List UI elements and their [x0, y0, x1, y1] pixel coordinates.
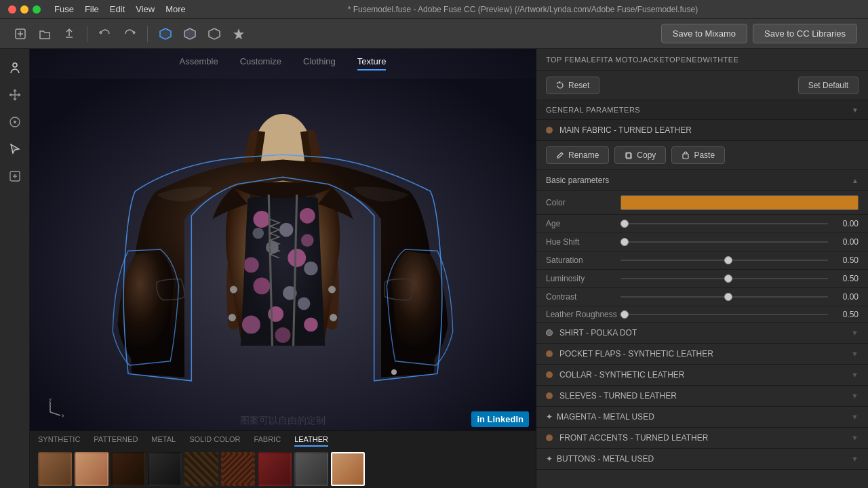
param-roughness-control — [620, 314, 828, 315]
buttons-name: BUTTONS - METAL USED — [557, 454, 851, 464]
swatch-7[interactable] — [294, 452, 328, 486]
category-metal[interactable]: METAL — [151, 435, 176, 447]
category-solid-color[interactable]: SOLID COLOR — [189, 435, 240, 447]
svg-point-22 — [301, 234, 314, 247]
age-slider-thumb[interactable] — [620, 220, 629, 228]
hue-slider-track[interactable] — [620, 241, 828, 243]
menu-more[interactable]: More — [165, 4, 186, 14]
toolbar: Save to Mixamo Save to CC Libraries — [0, 19, 868, 49]
sidebar-cursor-icon[interactable] — [4, 138, 26, 160]
hue-slider-thumb[interactable] — [620, 238, 629, 246]
param-row-color: Color — [536, 191, 868, 215]
swatch-1[interactable] — [75, 452, 108, 486]
swatch-3[interactable] — [148, 452, 182, 486]
swatch-5[interactable] — [221, 452, 255, 486]
sidebar-rotate-icon[interactable] — [4, 111, 26, 133]
collar-dot — [546, 371, 553, 378]
main-fabric-dot — [546, 127, 553, 134]
copy-button[interactable]: Copy — [614, 146, 666, 164]
sleeves-name: SLEEVES - TURNED LEATHER — [559, 391, 851, 401]
basic-params-header[interactable]: Basic parameters ▲ — [536, 170, 868, 191]
save-cc-button[interactable]: Save to CC Libraries — [753, 24, 857, 43]
rename-button[interactable]: Rename — [546, 146, 609, 164]
magenta-star-icon: ✦ — [546, 412, 553, 422]
paste-button[interactable]: Paste — [671, 146, 725, 164]
sidebar-select-icon[interactable] — [4, 57, 26, 79]
menu-edit[interactable]: Edit — [110, 4, 125, 14]
param-luminosity-value: 0.50 — [828, 274, 859, 283]
luminosity-slider-thumb[interactable] — [724, 274, 732, 283]
shirt-name: SHIRT - POLKA DOT — [559, 328, 851, 338]
right-panel: TOP FEMALEFITA MOTOJACKETOPENEDWITHTEE R… — [536, 49, 868, 488]
pocket-chevron-icon: ▼ — [851, 350, 859, 358]
sidebar-tool-icon[interactable] — [4, 165, 26, 187]
saturation-slider-track[interactable] — [620, 260, 828, 261]
toolbar-undo-icon[interactable] — [96, 24, 115, 43]
viewport[interactable]: Assemble Customize Clothing Texture — [30, 49, 536, 488]
category-synthetic[interactable]: SYNTHETIC — [38, 435, 80, 447]
param-age-value: 0.00 — [828, 219, 859, 228]
swatch-8[interactable] — [331, 452, 365, 486]
svg-line-28 — [50, 412, 60, 415]
svg-point-1 — [13, 63, 17, 67]
roughness-slider-track[interactable] — [620, 314, 828, 315]
svg-point-21 — [252, 228, 264, 239]
rename-label: Rename — [568, 150, 599, 160]
set-default-button[interactable]: Set Default — [798, 77, 859, 94]
param-row-age: Age 0.00 — [536, 215, 868, 233]
param-saturation-control — [620, 260, 828, 261]
maximize-button[interactable] — [33, 5, 41, 14]
luminosity-slider-track[interactable] — [620, 278, 828, 279]
panel-actions: Reset Set Default — [536, 71, 868, 100]
fabric-item-buttons[interactable]: ✦ BUTTONS - METAL USED ▼ — [536, 449, 868, 470]
roughness-slider-thumb[interactable] — [620, 310, 629, 319]
fabric-item-pocket[interactable]: POCKET FLAPS - SYNTHETIC LEATHER ▼ — [536, 344, 868, 365]
swatch-6[interactable] — [258, 452, 292, 486]
menu-fuse[interactable]: Fuse — [54, 4, 74, 14]
main-fabric-item[interactable]: MAIN FABRIC - TURNED LEATHER — [536, 120, 868, 141]
save-mixamo-button[interactable]: Save to Mixamo — [661, 24, 747, 43]
fabric-item-front-accents[interactable]: FRONT ACCENTS - TURNED LEATHER ▼ — [536, 428, 868, 449]
toolbar-view-wire-icon[interactable] — [205, 24, 224, 43]
toolbar-home-icon[interactable] — [11, 24, 30, 43]
reset-label: Reset — [568, 81, 589, 90]
linkedin-badge: in LinkedIn — [471, 411, 529, 427]
menu-file[interactable]: File — [85, 4, 99, 14]
reset-button[interactable]: Reset — [546, 77, 599, 94]
svg-point-9 — [300, 208, 315, 224]
contrast-slider-thumb[interactable] — [724, 293, 732, 301]
toolbar-3d-cube-icon[interactable] — [156, 24, 175, 43]
swatch-2[interactable] — [111, 452, 145, 486]
menu-view[interactable]: View — [136, 4, 155, 14]
toolbar-folder-icon[interactable] — [35, 24, 54, 43]
sleeves-chevron-icon: ▼ — [851, 392, 859, 400]
age-slider-track[interactable] — [620, 223, 828, 224]
general-params-chevron-icon: ▼ — [852, 106, 859, 114]
param-roughness-value: 0.50 — [828, 310, 859, 319]
category-patterned[interactable]: PATTERNED — [94, 435, 138, 447]
minimize-button[interactable] — [20, 5, 28, 14]
copy-label: Copy — [637, 150, 656, 160]
close-button[interactable] — [8, 5, 16, 14]
color-swatch[interactable] — [620, 195, 859, 210]
general-params-section[interactable]: GENERAL PARAMETERS ▼ — [536, 100, 868, 120]
fabric-item-magenta[interactable]: ✦ MAGENTA - METAL USED ▼ — [536, 407, 868, 428]
category-fabric[interactable]: FABRIC — [254, 435, 281, 447]
category-leather[interactable]: LEATHER — [294, 435, 328, 447]
fabric-item-shirt[interactable]: SHIRT - POLKA DOT ▼ — [536, 323, 868, 344]
fabric-item-collar[interactable]: COLLAR - SYNTHETIC LEATHER ▼ — [536, 365, 868, 386]
swatch-0[interactable] — [38, 452, 72, 486]
toolbar-star-icon[interactable] — [229, 24, 248, 43]
fabric-item-sleeves[interactable]: SLEEVES - TURNED LEATHER ▼ — [536, 386, 868, 407]
toolbar-view-solid-icon[interactable] — [180, 24, 199, 43]
toolbar-export-icon[interactable] — [60, 24, 79, 43]
svg-point-25 — [229, 314, 235, 321]
contrast-slider-track[interactable] — [620, 296, 828, 298]
saturation-slider-thumb[interactable] — [724, 256, 732, 264]
sidebar-move-icon[interactable] — [4, 84, 26, 106]
svg-point-18 — [242, 315, 260, 333]
front-accents-chevron-icon: ▼ — [851, 434, 859, 442]
toolbar-separator-2 — [147, 26, 148, 42]
toolbar-redo-icon[interactable] — [120, 24, 139, 43]
swatch-4[interactable] — [184, 452, 218, 486]
